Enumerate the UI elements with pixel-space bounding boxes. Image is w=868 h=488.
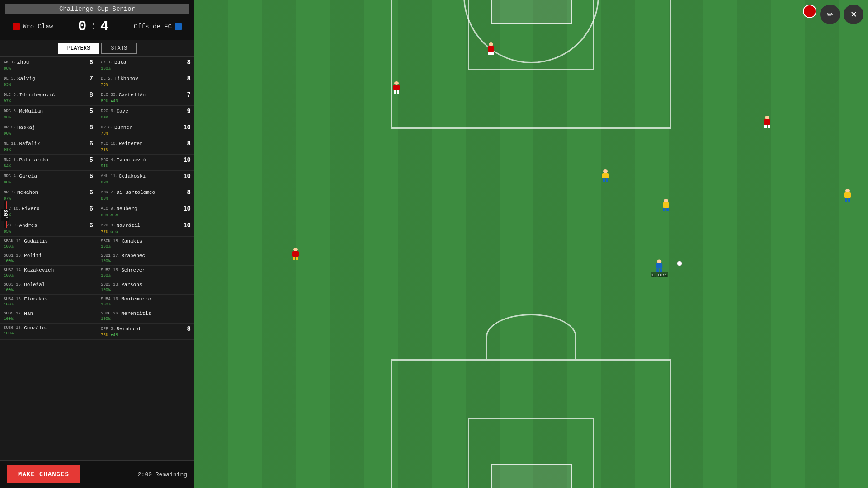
player-pct: 86% ⚙ ⚙ xyxy=(101,213,191,218)
player-rating: 8 xyxy=(184,140,191,147)
player-rating: 8 xyxy=(86,91,93,99)
player-pos: AML 11. xyxy=(101,174,118,178)
player-rating: 6 xyxy=(86,140,93,147)
player-rating: 5 xyxy=(86,156,93,164)
player-rating: 6 xyxy=(86,173,93,180)
top-toolbar: ✏ ✕ xyxy=(803,5,863,24)
player-pct: 91% xyxy=(101,164,191,169)
edit-icon: ✏ xyxy=(827,9,834,19)
player-cell-right: SUB3 13. Parsons 100% xyxy=(97,280,194,295)
competition-title: Challenge Cup Senior xyxy=(5,4,189,14)
make-changes-button[interactable]: MAKE CHANGES xyxy=(7,465,80,483)
player-rating: 7 xyxy=(86,75,93,82)
pitch-player xyxy=(393,81,400,94)
score-display: 0 : 4 xyxy=(78,18,109,35)
player-rating: 8 xyxy=(184,325,191,333)
players-grid: GK 1. Zhou 6 88% GK 1. Buta 8 100% DL 3.… xyxy=(0,57,194,340)
football-ball xyxy=(677,261,682,266)
player-pct: 82% xyxy=(4,213,93,217)
pitch-player xyxy=(844,189,851,202)
goal-bottom xyxy=(491,464,572,488)
home-flag-icon xyxy=(803,5,816,18)
player-cell-left: MRC 4. García 6 88% xyxy=(0,171,97,187)
player-name: Navrátil xyxy=(116,223,183,228)
player-cell-right: SUB1 17. Brabenec 100% xyxy=(97,251,194,266)
player-name: Tikhonov xyxy=(114,76,184,81)
edit-button[interactable]: ✏ xyxy=(820,5,840,24)
player-pct: 89% xyxy=(101,180,191,185)
player-name: Rafalik xyxy=(19,141,86,146)
player-name: Reinhold xyxy=(116,326,184,332)
player-pos: SBGK 18. xyxy=(101,239,120,244)
player-name: Neuberg xyxy=(116,206,183,211)
player-pct: 100% xyxy=(101,302,191,307)
player-pos: DLC 33. xyxy=(101,93,118,97)
home-team-icon xyxy=(13,23,20,30)
player-pos: SUB5 17. xyxy=(4,311,23,316)
player-name: Di Bartolomeo xyxy=(116,190,184,195)
player-pct: 78% xyxy=(101,148,191,152)
player-cell-right: MRC 4. Ivanisević 10 91% xyxy=(97,155,194,171)
player-name: Zhou xyxy=(17,60,86,65)
player-pos: DL 3. xyxy=(4,76,16,81)
minute-label: 80' xyxy=(1,209,9,221)
player-pct: 80% xyxy=(101,197,191,201)
player-name: Doležal xyxy=(24,282,86,287)
player-cell-left: SUB4 16. Florakis 100% xyxy=(0,295,97,309)
close-button[interactable]: ✕ xyxy=(844,5,863,24)
player-pct: 100% xyxy=(4,288,93,292)
player-rating: 6 xyxy=(86,222,93,229)
player-pos: GK 1. xyxy=(101,60,113,65)
player-pct: 100% xyxy=(101,259,191,263)
player-pct: 100% xyxy=(4,331,93,336)
player-rating: 10 xyxy=(183,124,191,131)
player-name: García xyxy=(19,174,86,179)
player-name: Andres xyxy=(19,223,86,228)
player-cell-left: ALC 10. Rivero 6 82% xyxy=(0,203,97,220)
player-name: McMahon xyxy=(17,190,86,195)
player-cell-left: MR 7. McMahon 6 87% xyxy=(0,187,97,203)
player-name: Buta xyxy=(114,60,184,65)
player-name: Palikarski xyxy=(19,157,86,163)
player-cell-left: DR 2. Haskaj 8 90% xyxy=(0,122,97,138)
player-rating: 8 xyxy=(184,189,191,196)
player-name: Rivero xyxy=(22,206,86,211)
player-pos: DRC 6. xyxy=(101,109,115,113)
pitch-player xyxy=(487,42,495,55)
player-name: Parsons xyxy=(121,282,184,287)
player-rating: 10 xyxy=(183,173,191,180)
player-pct: 100% xyxy=(101,66,191,71)
player-pct: 88% xyxy=(4,180,93,185)
player-name: Haskaj xyxy=(17,125,86,130)
player-name: Montemurro xyxy=(121,296,184,302)
minute-marker: 80' xyxy=(4,201,7,228)
player-pct: 90% xyxy=(4,131,93,136)
tabs-row: PLAYERS STATS xyxy=(0,40,194,57)
player-pos: MLC 8. xyxy=(4,158,18,162)
player-cell-left: MLC 8. Palikarski 5 84% xyxy=(0,155,97,171)
pitch-player xyxy=(602,169,609,182)
player-pct: 88% xyxy=(4,66,93,71)
score-header: Challenge Cup Senior Wro Claw 0 : 4 Offs… xyxy=(0,0,194,40)
player-cell-left: DRC 5. McMullan 5 96% xyxy=(0,106,97,122)
player-name: Kanakis xyxy=(121,239,184,244)
player-name: Kazakevich xyxy=(24,267,86,273)
tab-stats[interactable]: STATS xyxy=(101,43,137,54)
player-pct: 98% xyxy=(4,148,93,152)
player-name: Idrizbegović xyxy=(19,92,86,98)
player-cell-left: ML 11. Rafalik 6 98% xyxy=(0,138,97,155)
player-rating: 6 xyxy=(86,189,93,196)
player-cell-left: SUB3 15. Doležal 100% xyxy=(0,280,97,295)
player-cell-right: SBGK 18. Kanakis 100% xyxy=(97,237,194,251)
player-pos: SUB6 26. xyxy=(101,311,120,316)
player-pct: 83% xyxy=(4,83,93,87)
player-pct: 100% xyxy=(4,244,93,249)
tab-players[interactable]: PLAYERS xyxy=(58,43,99,54)
player-pct: 84% xyxy=(4,164,93,169)
player-pct: 76% ▼48 xyxy=(101,333,191,338)
player-pct: 100% xyxy=(101,317,191,321)
player-pct: 76% xyxy=(101,83,191,87)
player-name: Merentitis xyxy=(121,311,184,316)
away-team-name: Offside FC xyxy=(134,23,172,30)
player-cell-right: AML 11. Celakoski 10 89% xyxy=(97,171,194,187)
